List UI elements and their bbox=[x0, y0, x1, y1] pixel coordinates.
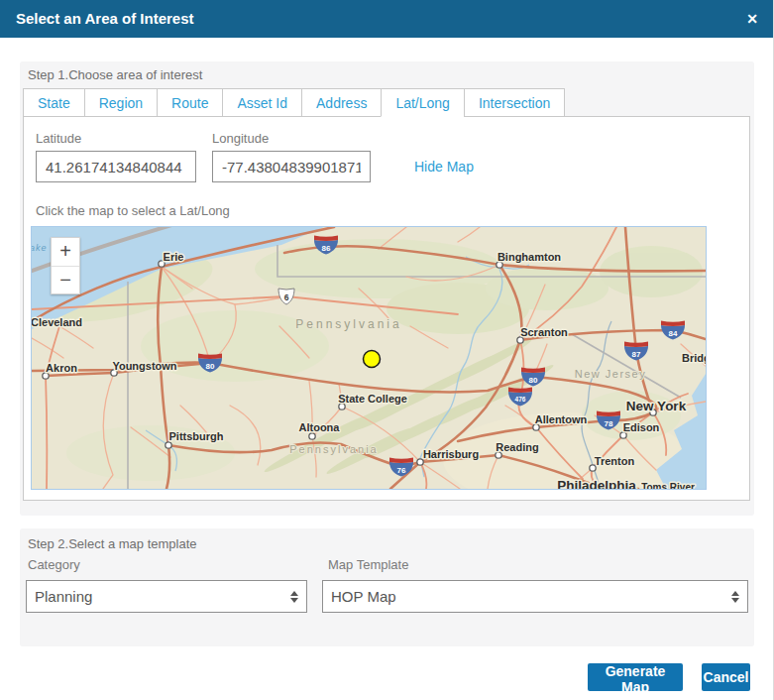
lake-label: Lake bbox=[32, 243, 48, 253]
map-template-select[interactable]: HOP Map bbox=[322, 580, 748, 613]
map-city-label: Bridgeport bbox=[682, 352, 706, 364]
i76-shield: 76 bbox=[389, 458, 413, 477]
step2-heading: Step 2.Select a map template bbox=[28, 536, 197, 551]
map-hint-text: Click the map to select a Lat/Long bbox=[36, 203, 230, 218]
map-city-label: Binghamton bbox=[498, 251, 561, 263]
map-zoom-control: + − bbox=[51, 237, 80, 294]
map-city-label: Altoona bbox=[299, 421, 341, 433]
svg-text:476: 476 bbox=[515, 396, 526, 403]
i87-shield: 87 bbox=[624, 342, 648, 361]
zoom-in-button[interactable]: + bbox=[52, 238, 79, 266]
map-city-label: Toms River bbox=[641, 482, 695, 489]
cancel-button[interactable]: Cancel bbox=[702, 663, 750, 691]
aoi-tabs: State Region Route Asset Id Address Lat/… bbox=[23, 88, 565, 117]
svg-text:6: 6 bbox=[284, 292, 289, 302]
svg-text:78: 78 bbox=[605, 419, 613, 428]
tab-region[interactable]: Region bbox=[84, 88, 158, 117]
map-city-label: Edison bbox=[623, 421, 660, 433]
svg-text:80: 80 bbox=[206, 362, 215, 371]
state-label-nj: New Jersey bbox=[575, 368, 646, 380]
map-city-label: New York bbox=[626, 399, 687, 413]
dialog-header: Select an Area of Interest ✕ bbox=[0, 0, 774, 38]
generate-map-button[interactable]: Generate Map bbox=[588, 663, 683, 691]
i84-shield: 84 bbox=[661, 321, 685, 340]
map-city-label: Pittsburgh bbox=[169, 430, 224, 442]
svg-text:84: 84 bbox=[669, 329, 678, 338]
map-canvas[interactable]: 86 80 80 84 bbox=[31, 226, 707, 490]
longitude-input[interactable] bbox=[212, 151, 371, 182]
selected-point-marker bbox=[364, 351, 381, 368]
step1-heading: Step 1.Choose area of interest bbox=[28, 67, 202, 82]
select-area-dialog: Select an Area of Interest ✕ Step 1.Choo… bbox=[0, 0, 774, 700]
map-city-label: Cleveland bbox=[32, 316, 82, 328]
latitude-label: Latitude bbox=[36, 131, 81, 146]
tab-route[interactable]: Route bbox=[157, 88, 223, 117]
state-label-pa-north: Pennsylvania bbox=[295, 317, 401, 331]
map-city-label: State College bbox=[338, 393, 407, 405]
map-image: 86 80 80 84 bbox=[32, 227, 706, 489]
map-city-label: Akron bbox=[46, 362, 77, 374]
map-city-label: Reading bbox=[496, 441, 538, 453]
i476-shield: 476 bbox=[508, 388, 532, 407]
category-label: Category bbox=[28, 557, 80, 572]
tab-asset-id[interactable]: Asset Id bbox=[222, 88, 302, 117]
longitude-label: Longitude bbox=[212, 131, 269, 146]
map-template-label: Map Template bbox=[328, 557, 408, 572]
dialog-title: Select an Area of Interest bbox=[16, 0, 194, 38]
tab-address[interactable]: Address bbox=[301, 88, 382, 117]
map-city-label: Harrisburg bbox=[423, 448, 479, 460]
map-city-label: Erie bbox=[164, 251, 184, 263]
svg-text:80: 80 bbox=[529, 376, 538, 385]
map-city-label: Youngstown bbox=[112, 360, 176, 372]
tab-state[interactable]: State bbox=[23, 88, 85, 117]
us6-shield: 6 bbox=[278, 289, 294, 304]
svg-text:76: 76 bbox=[397, 466, 406, 475]
map-city-label: Scranton bbox=[520, 326, 568, 338]
close-icon[interactable]: ✕ bbox=[746, 0, 758, 38]
zoom-out-button[interactable]: − bbox=[52, 266, 79, 293]
step2-panel: Step 2.Select a map template Category Ma… bbox=[20, 528, 754, 646]
map-city-label: Philadelphia bbox=[557, 478, 636, 489]
svg-text:87: 87 bbox=[632, 350, 641, 359]
hide-map-link[interactable]: Hide Map bbox=[414, 159, 474, 175]
category-select[interactable]: Planning bbox=[26, 580, 307, 613]
map-city-label: Trenton bbox=[595, 455, 635, 467]
state-label-pa-south: Pennsylvania bbox=[289, 443, 378, 455]
tab-lat-long[interactable]: Lat/Long bbox=[381, 88, 465, 117]
latitude-input[interactable] bbox=[36, 151, 196, 182]
tab-intersection[interactable]: Intersection bbox=[464, 88, 565, 117]
svg-text:86: 86 bbox=[322, 244, 331, 253]
map-city-label: Allentown bbox=[535, 413, 588, 425]
latlong-tab-panel: Latitude Longitude Hide Map Click the ma… bbox=[23, 116, 750, 501]
